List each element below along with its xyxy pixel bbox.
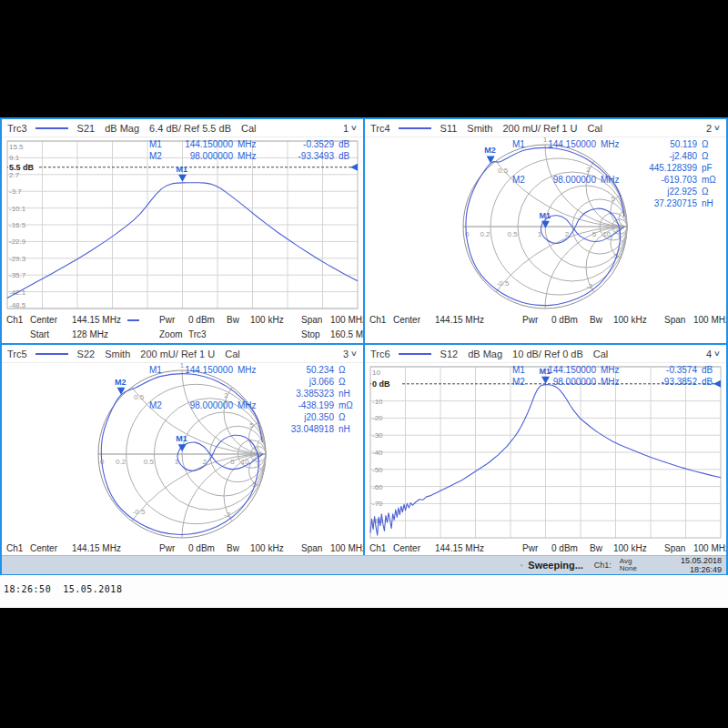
chevron-down-icon[interactable]: ∨ [350,349,358,358]
y-axis-tick-label: -50 [372,466,383,474]
smith-axis-label: 5 [592,230,597,238]
panel-trc4: Trc4S11Smith200 mU/ Ref 1 UCal2∨00.20.51… [365,119,726,343]
marker-name: M2 [149,151,169,161]
marker-value: -0.3529 [263,139,334,149]
marker-value-unit: nH [697,198,722,208]
marker-readout-line: M1144.150000MHz-0.3529dB [149,139,359,151]
footer-field: Pwr [159,315,188,325]
marker-label: M2 [115,378,126,387]
trace-name: Trc4 [370,123,390,134]
footer-field: Pwr [522,543,551,553]
marker-m2[interactable]: M2 [484,146,496,163]
channel-footer: Ch1Center144.15 MHzPwr0 dBmBw100 kHzSpan… [365,540,726,555]
smith-reactance-label: -0.5 [133,508,146,516]
chevron-down-icon[interactable]: ∨ [713,124,721,132]
footer-field: Bw [590,315,613,325]
footer-field: Span [664,543,693,553]
marker-m1[interactable]: M1 [539,211,551,228]
zoom-trace-indicator-icon [127,319,139,321]
vna-window: Trc3S21dB Mag6.4 dB/ Ref 5.5 dBCal1∨15.5… [0,117,728,575]
footer-field: 0 dBm [551,315,590,325]
window-number[interactable]: 4 [706,349,712,359]
footer-field: 128 MHz [72,329,159,339]
status-time: 18:26:49 [690,565,722,574]
footer-field: 100 kHz [250,315,301,325]
marker-value: j3.066 [263,377,334,387]
marker-value: -j2.480 [626,151,697,161]
marker-readout-line: M298.000000MHz-619.703mΩ [512,175,722,187]
panel-trc3: Trc3S21dB Mag6.4 dB/ Ref 5.5 dBCal1∨15.5… [2,119,363,343]
panel-header: Trc6S12dB Mag10 dB/ Ref 0 dBCal4∨ [365,345,726,363]
footer-field: 100 MHz [693,543,726,553]
chevron-down-icon[interactable]: ∨ [350,124,358,132]
smith-reactance-label: -0.5 [497,279,510,288]
marker-value: j22.925 [626,187,697,197]
status-date: 15.05.2018 [681,556,722,565]
trace-scale: 10 dB/ Ref 0 dB [512,349,583,359]
marker-name: M2 [149,400,169,410]
smith-axis-label: 5 [230,458,235,466]
smith-reactance-label: -2 [224,511,231,519]
trace-scale: 200 mU/ Ref 1 U [502,123,577,134]
marker-value: -93.3852 [626,377,697,387]
window-number[interactable]: 2 [706,123,712,134]
footer-row: Ch1Center144.15 MHzPwr0 dBmBw100 kHzSpan… [369,541,724,555]
marker-frequency-unit: MHz [596,365,626,375]
marker-value: -0.3574 [626,365,697,375]
marker-name: M1 [512,365,532,375]
marker-readout-line: 445.128399pF [512,163,722,175]
marker-name: M2 [512,377,532,387]
reference-level-label: 5.5 dB [9,163,35,172]
footer-field: Zoom [159,329,188,339]
marker-value-unit: dB [334,139,359,149]
marker-readout-line: 33.048918nH [149,424,359,436]
measurement-parameter: S12 [440,349,459,359]
y-axis-tick-label: -30 [372,431,383,440]
marker-readout-line: M298.000000MHz-438.199mΩ [149,400,359,412]
desktop-timestamp: 18:26:50 15.05.2018 [4,584,122,594]
smith-reactance-label: -2 [586,282,593,290]
window-number[interactable]: 3 [343,349,349,359]
footer-field: 144.15 MHz [72,543,159,553]
trace-color-sample-icon [35,127,68,129]
sweep-status-text: Sweeping... [528,560,583,571]
marker-frequency-unit: MHz [233,400,263,410]
reference-level-label: 0 dB [372,379,390,389]
y-axis-tick-label: -35.7 [9,271,26,279]
y-axis-tick-label: -40 [372,449,383,457]
marker-m1[interactable]: M1 [177,165,188,182]
marker-name: M1 [149,139,169,149]
plot-area: 15.59.12.7-3.7-10.1-16.5-22.9-29.3-35.7-… [2,137,363,311]
marker-name: M1 [512,139,532,149]
marker-value-unit: Ω [697,151,722,161]
cal-indicator: Cal [593,349,609,359]
marker-frequency: 144.150000 [169,365,233,375]
smith-reactance-label: 0.5 [134,393,145,401]
footer-field: 100 kHz [250,543,301,553]
marker-value-unit: Ω [334,412,359,422]
measurement-parameter: S21 [77,123,96,134]
y-axis-tick-label: -3.7 [9,187,22,196]
y-axis-tick-label: 15.5 [9,143,24,151]
marker-frequency: 144.150000 [169,139,233,149]
chevron-down-icon[interactable]: ∨ [713,349,721,358]
trace-panels: Trc3S21dB Mag6.4 dB/ Ref 5.5 dBCal1∨15.5… [2,119,726,555]
marker-value-unit: nH [334,389,359,399]
panel-header: Trc5S22Smith200 mU/ Ref 1 UCal3∨ [2,345,363,363]
marker-value-unit: Ω [697,187,722,197]
footer-field: 100 MHz [330,543,363,553]
cal-indicator: Cal [225,349,240,359]
marker-value-unit: pF [697,163,722,173]
trace-name: Trc6 [370,349,390,359]
marker-m1[interactable]: M1 [176,434,187,451]
footer-field: 0 dBm [551,543,590,553]
footer-field: Ch1 [6,543,30,553]
footer-field: 100 MHz [330,315,363,325]
measurement-parameter: S11 [440,123,458,134]
reference-arrow-icon[interactable] [350,164,358,171]
marker-value-unit: Ω [334,377,359,387]
y-axis-tick-label: -22.9 [9,238,26,246]
y-axis-tick-label: -10.1 [9,205,26,213]
marker-value: -93.3493 [263,151,334,161]
window-number[interactable]: 1 [343,123,349,134]
